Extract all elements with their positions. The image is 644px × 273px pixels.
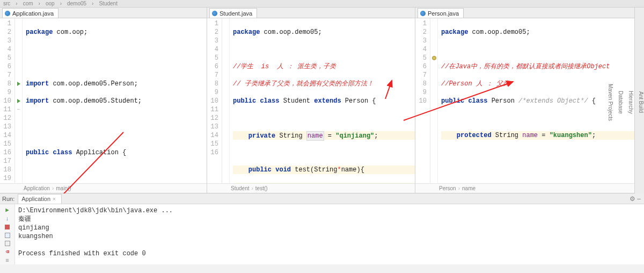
java-class-icon <box>5 11 10 16</box>
run-gutter-icon[interactable] <box>17 99 20 103</box>
tab-student[interactable]: Student.java <box>209 8 257 18</box>
rail-hierarchy[interactable]: Hierarchy <box>628 91 634 114</box>
tabbar-per: Person.java <box>415 8 644 18</box>
override-icon[interactable] <box>432 56 436 60</box>
breadcrumb-bar: src› com› oop› demo05› Student <box>0 0 644 8</box>
run-down-icon[interactable]: ↓ <box>4 215 11 222</box>
java-class-icon <box>212 11 217 16</box>
marker-col-per <box>430 18 438 183</box>
console-line: Process finished with exit code 0 <box>18 249 641 258</box>
tabbar-stu: Student.java <box>207 8 415 18</box>
run-label: Run: <box>2 196 14 202</box>
crumb-item[interactable]: test() <box>255 185 268 191</box>
run-delete-icon[interactable]: ⌫ <box>4 248 11 256</box>
run-gutter-icon[interactable] <box>17 82 20 86</box>
crumb-item[interactable]: Person <box>439 185 456 191</box>
gutter-per: 12345678910 <box>415 18 430 183</box>
run-tab-application[interactable]: Application × <box>18 194 62 204</box>
gutter-app: 1234567891011121314151617181920 <box>0 18 15 183</box>
fold-icon[interactable]: – <box>17 105 20 114</box>
editor-application: Application.java 12345678910111213141516… <box>0 8 207 193</box>
editor-crumb-stu: Student› test() <box>207 183 415 193</box>
editor-crumb-app: Application› main() <box>0 183 207 193</box>
tab-person[interactable]: Person.java <box>418 8 464 18</box>
run-header: Run: Application × ⚙ – <box>0 193 644 204</box>
run-gutter: ▶ ↓ ⌫ ≡ <box>0 204 15 264</box>
editor-crumb-per: Person› name <box>415 183 644 193</box>
tab-application[interactable]: Application.java <box>2 8 58 18</box>
console-line: kuangshen <box>18 232 641 241</box>
crumb-d[interactable]: demo05 <box>67 1 86 6</box>
code-stu[interactable]: package com.oop.demo05; //学生 is 人 ： 派生类，… <box>230 18 415 183</box>
code-app[interactable]: package com.oop; import com.oop.demo05.P… <box>23 18 207 183</box>
run-more-icon[interactable]: ≡ <box>4 257 11 264</box>
console-line <box>18 241 641 249</box>
crumb-item[interactable]: Student <box>231 185 249 191</box>
gutter-stu: 12345678910111213141516 <box>207 18 222 183</box>
run-print-icon[interactable] <box>4 240 11 247</box>
rail-ant-build[interactable]: Ant Build <box>638 91 644 113</box>
rail-maven[interactable]: Maven Projects <box>608 84 613 121</box>
console-line: 秦疆 <box>18 215 641 224</box>
java-class-icon <box>420 11 426 16</box>
run-box-icon[interactable] <box>4 232 11 239</box>
run-play-icon[interactable]: ▶ <box>4 206 11 214</box>
console-line: D:\Environment\jdk8\jdk\bin\java.exe ... <box>18 206 641 215</box>
crumb-c[interactable]: oop <box>46 1 55 6</box>
gear-icon[interactable]: ⚙ – <box>630 195 641 203</box>
tab-label: Person.java <box>428 10 459 17</box>
right-tool-rail: Ant Build Hierarchy Database Maven Proje… <box>634 8 644 193</box>
tab-label: Application.java <box>12 10 54 17</box>
crumb-item[interactable]: main() <box>56 185 71 191</box>
crumb-item[interactable]: name <box>462 185 475 191</box>
console-line: qinjiang <box>18 224 641 232</box>
run-console[interactable]: D:\Environment\jdk8\jdk\bin\java.exe ...… <box>15 204 644 264</box>
crumb-item[interactable]: Application <box>24 185 50 191</box>
run-toolwindow: ▶ ↓ ⌫ ≡ D:\Environment\jdk8\jdk\bin\java… <box>0 204 644 264</box>
close-icon[interactable]: × <box>53 196 56 202</box>
run-tab-label: Application <box>21 196 50 202</box>
run-stop-icon[interactable] <box>4 224 11 231</box>
marker-col-app: – <box>15 18 23 183</box>
tab-label: Student.java <box>219 10 252 17</box>
rail-database[interactable]: Database <box>618 91 624 114</box>
crumb-e[interactable]: Student <box>99 1 117 6</box>
crumb-a[interactable]: src <box>3 1 10 6</box>
crumb-b[interactable]: com <box>23 1 33 6</box>
tabbar-app: Application.java <box>0 8 207 18</box>
marker-col-stu <box>222 18 230 183</box>
editor-student: Student.java 12345678910111213141516 pac… <box>207 8 415 193</box>
